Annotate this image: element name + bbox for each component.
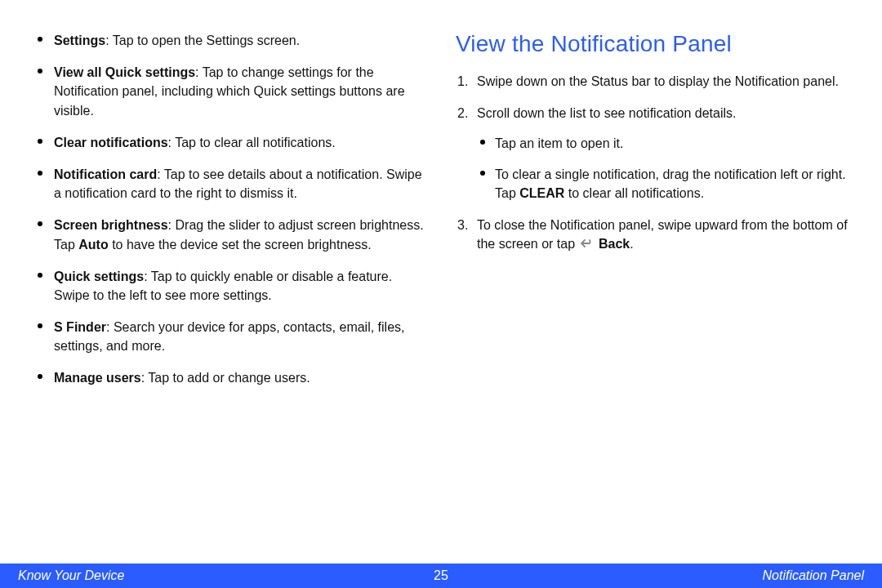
inline-bold: CLEAR bbox=[519, 186, 564, 200]
list-item: Manage users: Tap to add or change users… bbox=[33, 368, 426, 387]
list-item: S Finder: Search your device for apps, c… bbox=[33, 318, 426, 355]
list-item: Quick settings: Tap to quickly enable or… bbox=[33, 267, 426, 305]
term: Settings bbox=[54, 33, 105, 47]
step-item: Scroll down the list to see notification… bbox=[456, 104, 849, 203]
desc: : Search your device for apps, contacts,… bbox=[54, 320, 405, 353]
inline-bold: Back bbox=[599, 237, 630, 251]
feature-list: Settings: Tap to open the Settings scree… bbox=[33, 31, 426, 388]
step-text: To close the Notification panel, swipe u… bbox=[477, 218, 848, 251]
footer-page-number: 25 bbox=[434, 568, 448, 583]
list-item: Settings: Tap to open the Settings scree… bbox=[33, 31, 426, 50]
section-title: View the Notification Panel bbox=[456, 31, 849, 57]
step-text: Swipe down on the Status bar to display … bbox=[477, 74, 839, 88]
list-item: View all Quick settings: Tap to change s… bbox=[33, 63, 426, 120]
step-item: To close the Notification panel, swipe u… bbox=[456, 216, 849, 255]
inline-bold: Auto bbox=[78, 238, 108, 252]
desc: : Tap to add or change users. bbox=[141, 371, 310, 385]
sub-text: to clear all notifications. bbox=[564, 186, 704, 200]
left-column: Settings: Tap to open the Settings scree… bbox=[33, 31, 426, 401]
sub-item: To clear a single notification, drag the… bbox=[477, 165, 849, 203]
sub-item: Tap an item to open it. bbox=[477, 134, 849, 153]
term: Manage users bbox=[54, 371, 141, 385]
desc: : Tap to clear all notifications. bbox=[168, 136, 336, 149]
right-column: View the Notification Panel Swipe down o… bbox=[456, 31, 849, 401]
term: Clear notifications bbox=[54, 136, 168, 149]
term: Quick settings bbox=[54, 270, 144, 283]
desc: : Tap to open the Settings screen. bbox=[105, 33, 300, 47]
back-icon bbox=[581, 236, 594, 255]
manual-page: Settings: Tap to open the Settings scree… bbox=[0, 0, 882, 588]
term: S Finder bbox=[54, 320, 106, 334]
term: Screen brightness bbox=[54, 218, 168, 232]
footer-left: Know Your Device bbox=[18, 568, 124, 583]
sub-text: Tap an item to open it. bbox=[495, 136, 623, 150]
sub-list: Tap an item to open it. To clear a singl… bbox=[477, 134, 849, 203]
two-column-layout: Settings: Tap to open the Settings scree… bbox=[33, 31, 849, 401]
footer-right: Notification Panel bbox=[762, 568, 864, 583]
step-text: . bbox=[630, 237, 633, 251]
page-footer: Know Your Device 25 Notification Panel bbox=[0, 564, 882, 588]
step-text: Scroll down the list to see notification… bbox=[477, 106, 737, 120]
list-item: Notification card: Tap to see details ab… bbox=[33, 165, 426, 203]
term: Notification card bbox=[54, 167, 157, 181]
desc: to have the device set the screen bright… bbox=[109, 238, 372, 252]
term: View all Quick settings bbox=[54, 65, 195, 79]
list-item: Screen brightness: Drag the slider to ad… bbox=[33, 216, 426, 253]
step-item: Swipe down on the Status bar to display … bbox=[456, 72, 849, 91]
list-item: Clear notifications: Tap to clear all no… bbox=[33, 133, 426, 152]
step-list: Swipe down on the Status bar to display … bbox=[456, 72, 849, 255]
